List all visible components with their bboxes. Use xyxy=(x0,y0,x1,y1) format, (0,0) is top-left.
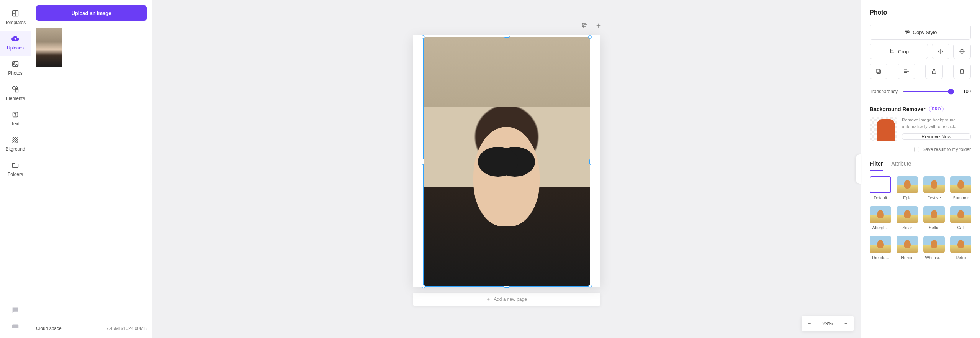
save-result-checkbox[interactable] xyxy=(914,147,919,152)
bg-remover-header: Background Remover PRO xyxy=(870,106,971,112)
add-page-icon[interactable] xyxy=(595,22,602,31)
svg-rect-8 xyxy=(582,23,586,27)
chat-icon[interactable] xyxy=(11,306,20,314)
copy-style-button[interactable]: Copy Style xyxy=(870,25,971,40)
align-button[interactable] xyxy=(898,64,915,79)
transparency-label: Transparency xyxy=(870,89,898,94)
filter-item[interactable]: Retro xyxy=(950,236,971,260)
properties-panel: Photo Copy Style Crop Transparency 100 B… xyxy=(861,0,980,338)
rail-label: Photos xyxy=(8,71,22,76)
filter-swatch xyxy=(870,236,891,253)
filter-label: Default xyxy=(874,195,887,200)
collapse-props-panel-handle[interactable] xyxy=(856,154,861,184)
filter-swatch xyxy=(897,176,918,193)
effect-tabs: Filter Attribute xyxy=(870,161,971,171)
filter-label: Retro xyxy=(956,255,966,260)
rail-item-uploads[interactable]: Uploads xyxy=(0,31,31,56)
tab-filter[interactable]: Filter xyxy=(870,161,883,171)
filter-item[interactable]: Epic xyxy=(897,176,918,200)
transparency-slider[interactable] xyxy=(903,91,954,92)
add-page-label: Add a new page xyxy=(494,297,527,302)
svg-rect-9 xyxy=(905,30,908,32)
resize-handle-ne[interactable] xyxy=(588,35,592,39)
design-page[interactable] xyxy=(413,35,600,287)
resize-handle-w[interactable] xyxy=(422,159,424,165)
resize-handle-se[interactable] xyxy=(588,285,592,288)
upload-thumbnail[interactable] xyxy=(36,28,62,67)
filter-grid: DefaultEpicFestiveSummerAftergl…SolarSel… xyxy=(870,176,971,264)
filter-swatch xyxy=(950,206,971,223)
cloud-space-row: Cloud space 7.45MB/1024.00MB xyxy=(36,326,147,331)
filter-item[interactable]: Summer xyxy=(950,176,971,200)
rail-label: Templates xyxy=(5,20,26,25)
rail-item-background[interactable]: Bkground xyxy=(0,132,31,157)
add-new-page-button[interactable]: Add a new page xyxy=(413,293,600,306)
filter-item[interactable]: Cali xyxy=(950,206,971,230)
tab-attribute[interactable]: Attribute xyxy=(891,161,911,171)
resize-handle-s[interactable] xyxy=(504,286,510,288)
resize-handle-nw[interactable] xyxy=(422,35,425,39)
filter-item[interactable]: Default xyxy=(870,176,891,200)
filter-swatch xyxy=(870,206,891,223)
filter-label: Cali xyxy=(957,225,965,230)
filter-item[interactable]: Whimsi… xyxy=(923,236,945,260)
resize-handle-e[interactable] xyxy=(589,159,591,165)
filter-label: Whimsi… xyxy=(925,255,943,260)
keyboard-icon[interactable] xyxy=(11,322,20,330)
resize-handle-sw[interactable] xyxy=(422,285,425,288)
remove-now-button[interactable]: Remove Now xyxy=(902,133,971,140)
zoom-value: 29% xyxy=(817,320,838,327)
zoom-out-button[interactable]: − xyxy=(802,320,817,327)
resize-handle-n[interactable] xyxy=(504,36,510,38)
svg-rect-10 xyxy=(877,70,880,73)
selected-image[interactable] xyxy=(423,37,590,287)
cloud-space-label: Cloud space xyxy=(36,326,62,331)
filter-label: Festive xyxy=(927,195,941,200)
zoom-in-button[interactable]: + xyxy=(838,320,854,327)
bg-remover-desc: Remove image background automatically wi… xyxy=(902,117,971,130)
upload-image-button[interactable]: Upload an image xyxy=(36,5,147,21)
rail-label: Folders xyxy=(8,172,23,177)
elements-icon xyxy=(11,85,20,94)
transparency-row: Transparency 100 xyxy=(870,89,971,94)
pro-badge: PRO xyxy=(929,106,943,112)
page-tools xyxy=(581,22,602,31)
filter-item[interactable]: Nordic xyxy=(897,236,918,260)
canvas-area[interactable]: Add a new page − 29% + xyxy=(152,0,861,338)
filter-item[interactable]: Selfie xyxy=(923,206,945,230)
filter-swatch xyxy=(923,206,945,223)
photos-icon xyxy=(11,60,20,68)
save-result-row[interactable]: Save result to my folder xyxy=(870,147,971,152)
left-rail: Templates Uploads Photos Elements Text B… xyxy=(0,0,31,338)
filter-swatch xyxy=(923,236,945,253)
flip-horizontal-icon xyxy=(937,48,944,55)
filter-swatch xyxy=(950,176,971,193)
lock-button[interactable] xyxy=(925,64,943,79)
filter-item[interactable]: Festive xyxy=(923,176,945,200)
rail-label: Text xyxy=(11,121,20,126)
flip-horizontal-button[interactable] xyxy=(932,44,949,59)
rail-item-folders[interactable]: Folders xyxy=(0,157,31,182)
svg-point-3 xyxy=(13,87,15,89)
layer-button[interactable] xyxy=(870,64,887,79)
upload-thumbnails xyxy=(36,28,147,67)
copy-style-label: Copy Style xyxy=(913,30,937,35)
filter-label: Aftergl… xyxy=(872,225,889,230)
rail-item-templates[interactable]: Templates xyxy=(0,5,31,31)
crop-icon xyxy=(889,48,895,54)
flip-vertical-button[interactable] xyxy=(953,44,971,59)
uploads-panel: Upload an image Cloud space 7.45MB/1024.… xyxy=(31,0,152,338)
rail-item-text[interactable]: Text xyxy=(0,107,31,132)
duplicate-page-icon[interactable] xyxy=(581,22,588,31)
uploads-icon xyxy=(11,34,20,43)
delete-button[interactable] xyxy=(953,64,971,79)
filter-swatch xyxy=(950,236,971,253)
rail-item-elements[interactable]: Elements xyxy=(0,81,31,107)
filter-item[interactable]: Aftergl… xyxy=(870,206,891,230)
crop-button[interactable]: Crop xyxy=(870,44,928,59)
filter-item[interactable]: Solar xyxy=(897,206,918,230)
svg-rect-12 xyxy=(933,71,936,74)
rail-item-photos[interactable]: Photos xyxy=(0,56,31,81)
filter-item[interactable]: The blu… xyxy=(870,236,891,260)
page-wrapper: Add a new page xyxy=(413,35,600,306)
